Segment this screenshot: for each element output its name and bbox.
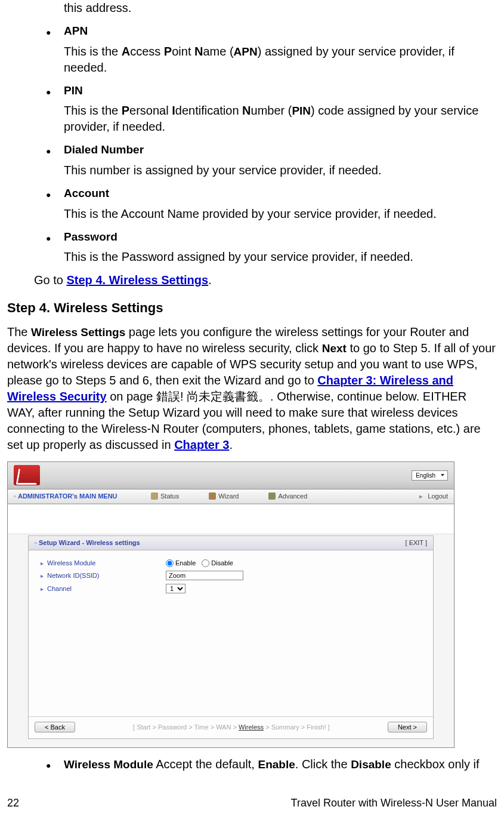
nav-advanced[interactable]: Advanced <box>268 492 307 501</box>
dialed-item: ● Dialed Number This number is assigned … <box>46 142 497 178</box>
password-desc: This is the Password assigned by your se… <box>64 249 497 265</box>
channel-label: Channel <box>41 584 166 593</box>
nav-logout[interactable]: Logout <box>419 492 448 501</box>
password-title: Password <box>64 229 118 245</box>
manual-title: Travel Router with Wireless-N User Manua… <box>291 796 497 810</box>
chapter3-link[interactable]: Chapter 3 <box>174 438 229 451</box>
bullet-icon: ● <box>46 142 64 157</box>
nav-status[interactable]: Status <box>151 492 179 501</box>
page-footer: 22 Travel Router with Wireless-N User Ma… <box>7 796 497 810</box>
step4-heading: Step 4. Wireless Settings <box>7 299 497 317</box>
step4-link[interactable]: Step 4. Wireless Settings <box>66 273 208 287</box>
goto-line: Go to Step 4. Wireless Settings. <box>34 272 497 288</box>
bullet-icon: ● <box>46 186 64 201</box>
bullet-icon: ● <box>46 229 64 244</box>
channel-select[interactable]: 1 <box>166 584 185 593</box>
apn-item: ● APN This is the Access Point Name (APN… <box>46 23 497 76</box>
wizard-breadcrumb: [ Start > Password > Time > WAN > Wirele… <box>81 723 382 732</box>
enable-radio[interactable]: Enable <box>166 559 196 568</box>
nav-wizard[interactable]: Wizard <box>209 492 239 501</box>
pin-title: PIN <box>64 83 83 98</box>
apn-title: APN <box>64 23 88 39</box>
exit-link[interactable]: [ EXIT ] <box>406 538 427 547</box>
dialed-title: Dialed Number <box>64 142 144 158</box>
disable-radio[interactable]: Disable <box>202 559 233 568</box>
bullet-icon: ● <box>46 83 64 98</box>
wireless-module-label: Wireless Module <box>41 559 166 568</box>
page-number: 22 <box>7 796 19 810</box>
account-desc: This is the Account Name provided by you… <box>64 206 497 222</box>
dialed-desc: This number is assigned by your service … <box>64 162 497 178</box>
bullet-icon: ● <box>46 23 64 38</box>
back-button[interactable]: < Back <box>35 722 75 732</box>
wizard-icon <box>209 492 216 500</box>
language-select[interactable]: English <box>412 470 448 481</box>
wireless-settings-screenshot: English ▫ ADMINISTRATOR's MAIN MENU Stat… <box>7 461 454 749</box>
apn-desc: This is the Access Point Name (APN) assi… <box>64 44 497 76</box>
prev-item-desc: this address. <box>64 0 497 16</box>
network-id-label: Network ID(SSID) <box>41 571 166 580</box>
step4-paragraph: The Wireless Settings page lets you conf… <box>7 324 497 453</box>
zoom-logo-icon <box>14 465 40 485</box>
bullet-icon: ● <box>46 756 64 771</box>
next-button[interactable]: Next > <box>388 722 427 732</box>
status-icon <box>151 492 158 500</box>
account-item: ● Account This is the Account Name provi… <box>46 186 497 222</box>
advanced-icon <box>268 492 276 500</box>
panel-title: ▫ Setup Wizard - Wireless settings <box>35 538 140 547</box>
wireless-module-item: ● Wireless Module Accept the default, En… <box>46 756 497 772</box>
account-title: Account <box>64 186 109 201</box>
pin-item: ● PIN This is the Personal Identificatio… <box>46 83 497 136</box>
ssid-input[interactable] <box>166 571 243 580</box>
main-menu-title: ▫ ADMINISTRATOR's MAIN MENU <box>14 492 151 501</box>
pin-desc: This is the Personal Identification Numb… <box>64 103 497 135</box>
password-item: ● Password This is the Password assigned… <box>46 229 497 266</box>
